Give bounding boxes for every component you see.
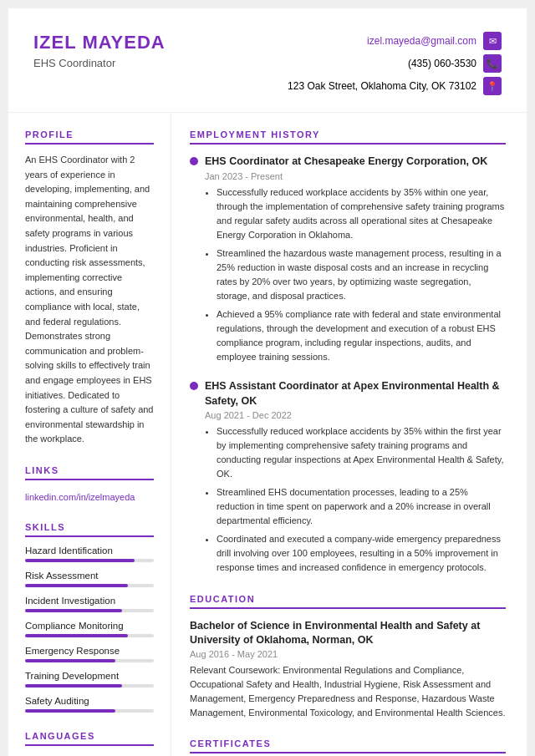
education-dates: Aug 2016 - May 2021 bbox=[190, 649, 506, 659]
skill-item: Emergency Response bbox=[25, 646, 154, 662]
skill-bar-fill bbox=[25, 709, 115, 713]
address-text: 123 Oak Street, Oklahoma City, OK 73102 bbox=[288, 80, 476, 92]
skill-item: Hazard Identification bbox=[25, 545, 154, 562]
job-bullet: Coordinated and executed a company-wide … bbox=[217, 532, 506, 575]
job-bullet: Streamlined the hazardous waste manageme… bbox=[217, 246, 506, 303]
languages-section: LANGUAGES English Mandarin bbox=[25, 731, 154, 756]
email-contact: izel.mayeda@gmail.com ✉ bbox=[367, 32, 502, 50]
main-content: EMPLOYMENT HISTORY EHS Coordinator at Ch… bbox=[171, 113, 527, 756]
profile-section: PROFILE An EHS Coordinator with 2 years … bbox=[25, 129, 154, 447]
job-bullets: Successfully reduced workplace accidents… bbox=[208, 185, 506, 365]
skill-name: Compliance Monitoring bbox=[25, 621, 154, 631]
header: IZEL MAYEDA EHS Coordinator izel.mayeda@… bbox=[8, 8, 527, 113]
profile-text: An EHS Coordinator with 2 years of exper… bbox=[25, 153, 154, 447]
phone-number: (435) 060-3530 bbox=[408, 58, 476, 69]
sidebar: PROFILE An EHS Coordinator with 2 years … bbox=[8, 113, 171, 756]
job-header: EHS Coordinator at Chesapeake Energy Cor… bbox=[190, 155, 506, 170]
skill-name: Emergency Response bbox=[25, 646, 154, 656]
job-header: EHS Assistant Coordinator at Apex Enviro… bbox=[190, 379, 506, 408]
header-right: izel.mayeda@gmail.com ✉ (435) 060-3530 📞… bbox=[288, 32, 502, 95]
links-section-title: LINKS bbox=[25, 465, 154, 480]
skill-bar-background bbox=[25, 684, 154, 688]
skill-item: Risk Assessment bbox=[25, 571, 154, 587]
body: PROFILE An EHS Coordinator with 2 years … bbox=[8, 113, 527, 756]
skills-list: Hazard Identification Risk Assessment In… bbox=[25, 545, 154, 713]
location-icon: 📍 bbox=[483, 77, 502, 95]
job-title: EHS Coordinator at Chesapeake Energy Cor… bbox=[205, 155, 487, 170]
candidate-title: EHS Coordinator bbox=[33, 57, 166, 69]
skills-section: SKILLS Hazard Identification Risk Assess… bbox=[25, 522, 154, 713]
skill-name: Training Development bbox=[25, 671, 154, 681]
job-dates: Jan 2023 - Present bbox=[205, 171, 506, 181]
certificates-section-title: CERTIFICATES bbox=[190, 738, 506, 753]
skill-item: Safety Auditing bbox=[25, 696, 154, 713]
job-title: EHS Assistant Coordinator at Apex Enviro… bbox=[205, 379, 506, 408]
skills-section-title: SKILLS bbox=[25, 522, 154, 537]
skill-bar-background bbox=[25, 584, 154, 587]
skill-bar-fill bbox=[25, 634, 128, 637]
job-dot bbox=[190, 382, 198, 390]
address-contact: 123 Oak Street, Oklahoma City, OK 73102 … bbox=[288, 77, 502, 95]
jobs-list: EHS Coordinator at Chesapeake Energy Cor… bbox=[190, 155, 506, 576]
job-dates: Aug 2021 - Dec 2022 bbox=[205, 410, 506, 420]
job-entry: EHS Assistant Coordinator at Apex Enviro… bbox=[190, 379, 506, 575]
certificates-section: CERTIFICATES Certified Safety Profession… bbox=[190, 738, 506, 756]
education-coursework: Relevant Coursework: Environmental Regul… bbox=[190, 663, 506, 720]
job-dot bbox=[190, 157, 198, 165]
skill-bar-fill bbox=[25, 684, 122, 688]
job-bullet: Successfully reduced workplace accidents… bbox=[217, 424, 506, 481]
email-link[interactable]: izel.mayeda@gmail.com bbox=[367, 35, 476, 47]
skill-item: Training Development bbox=[25, 671, 154, 688]
job-bullets: Successfully reduced workplace accidents… bbox=[208, 424, 506, 575]
employment-section: EMPLOYMENT HISTORY EHS Coordinator at Ch… bbox=[190, 129, 506, 576]
skill-name: Safety Auditing bbox=[25, 696, 154, 706]
job-entry: EHS Coordinator at Chesapeake Energy Cor… bbox=[190, 155, 506, 364]
skill-name: Risk Assessment bbox=[25, 571, 154, 581]
education-degree: Bachelor of Science in Environmental Hea… bbox=[190, 619, 506, 648]
skill-bar-background bbox=[25, 659, 154, 662]
job-bullet: Successfully reduced workplace accidents… bbox=[217, 185, 506, 242]
phone-contact: (435) 060-3530 📞 bbox=[408, 54, 502, 73]
languages-section-title: LANGUAGES bbox=[25, 731, 154, 746]
phone-icon: 📞 bbox=[483, 54, 502, 73]
job-bullet: Streamlined EHS documentation processes,… bbox=[217, 485, 506, 528]
skill-bar-fill bbox=[25, 609, 122, 612]
linkedin-link[interactable]: linkedin.com/in/izelmayeda bbox=[25, 492, 135, 502]
skill-bar-background bbox=[25, 709, 154, 713]
skill-name: Hazard Identification bbox=[25, 545, 154, 556]
candidate-name: IZEL MAYEDA bbox=[33, 32, 166, 53]
skill-item: Compliance Monitoring bbox=[25, 621, 154, 637]
employment-section-title: EMPLOYMENT HISTORY bbox=[190, 129, 506, 145]
skill-bar-background bbox=[25, 559, 154, 562]
skill-bar-fill bbox=[25, 584, 128, 587]
profile-section-title: PROFILE bbox=[25, 129, 154, 145]
skill-name: Incident Investigation bbox=[25, 596, 154, 606]
education-section: EDUCATION Bachelor of Science in Environ… bbox=[190, 594, 506, 720]
skill-bar-background bbox=[25, 609, 154, 612]
education-section-title: EDUCATION bbox=[190, 594, 506, 609]
email-icon: ✉ bbox=[483, 32, 502, 50]
resume-container: IZEL MAYEDA EHS Coordinator izel.mayeda@… bbox=[8, 8, 527, 756]
header-left: IZEL MAYEDA EHS Coordinator bbox=[33, 32, 166, 69]
skill-bar-fill bbox=[25, 559, 135, 562]
skill-bar-background bbox=[25, 634, 154, 637]
links-section: LINKS linkedin.com/in/izelmayeda bbox=[25, 465, 154, 504]
skill-bar-fill bbox=[25, 659, 115, 662]
skill-item: Incident Investigation bbox=[25, 596, 154, 612]
job-bullet: Achieved a 95% compliance rate with fede… bbox=[217, 307, 506, 364]
